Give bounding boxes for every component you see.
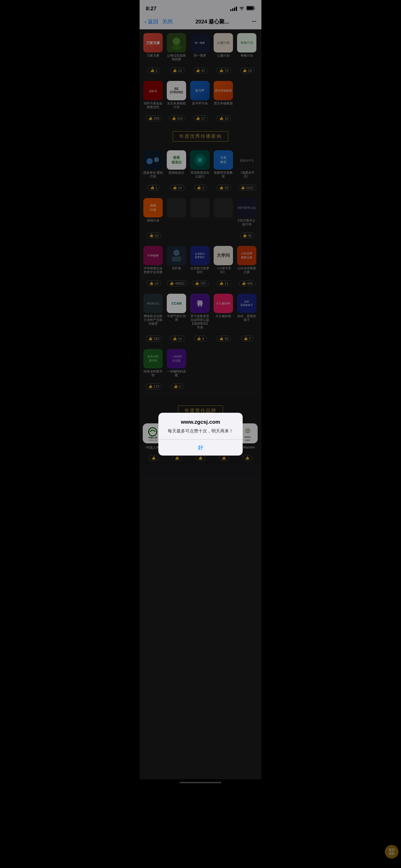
modal-url: www.zgcsj.com xyxy=(165,419,236,425)
modal-content: www.zgcsj.com 每天最多可点赞十次，明天再来！ xyxy=(158,413,243,439)
modal-message: 每天最多可点赞十次，明天再来！ xyxy=(165,428,236,434)
modal-overlay: www.zgcsj.com 每天最多可点赞十次，明天再来！ 好 xyxy=(140,0,261,784)
page-wrapper: 8:27 ‹ 返回 关闭 2024 凝心聚... ··· xyxy=(140,0,261,784)
modal-box: www.zgcsj.com 每天最多可点赞十次，明天再来！ 好 xyxy=(158,413,243,456)
modal-confirm-button[interactable]: 好 xyxy=(158,440,243,456)
